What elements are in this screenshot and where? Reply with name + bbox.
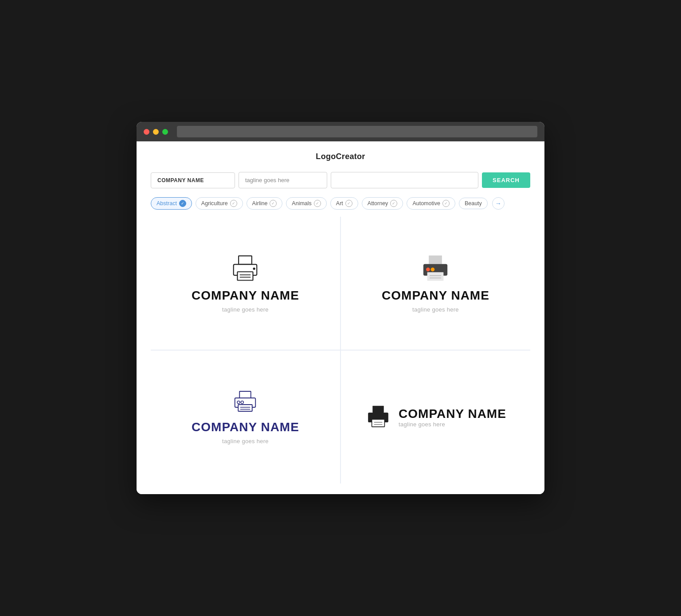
logo-card-1[interactable]: COMPANY NAME tagline goes here bbox=[151, 217, 340, 350]
svg-rect-10 bbox=[427, 272, 444, 281]
app-content: LogoCreator SEARCH Abstract ✓ Agricultur… bbox=[137, 141, 544, 494]
logo-grid: COMPANY NAME tagline goes here bbox=[151, 217, 530, 483]
browser-titlebar bbox=[137, 122, 544, 141]
logo-1-company: COMPANY NAME bbox=[192, 289, 299, 303]
svg-point-15 bbox=[237, 401, 240, 403]
filter-label-airline: Airline bbox=[252, 200, 268, 207]
filter-check-abstract: ✓ bbox=[179, 200, 186, 207]
filter-label-beauty: Beauty bbox=[465, 200, 482, 207]
traffic-light-green[interactable] bbox=[162, 129, 168, 135]
traffic-light-red[interactable] bbox=[144, 129, 149, 135]
svg-rect-6 bbox=[429, 255, 442, 264]
logo-inner-3: COMPANY NAME tagline goes here bbox=[192, 390, 299, 444]
filter-label-automotive: Automotive bbox=[412, 200, 440, 207]
filter-next-arrow[interactable]: → bbox=[492, 197, 505, 210]
filter-label-attorney: Attorney bbox=[368, 200, 388, 207]
svg-rect-2 bbox=[238, 272, 253, 280]
logo-card-2[interactable]: COMPANY NAME tagline goes here bbox=[341, 217, 530, 350]
filter-check-automotive: ✓ bbox=[442, 200, 450, 207]
filter-label-art: Art bbox=[336, 200, 343, 207]
search-bar: SEARCH bbox=[151, 172, 530, 188]
svg-rect-17 bbox=[239, 405, 253, 411]
printer-outline-icon-1 bbox=[227, 254, 263, 285]
filter-tag-beauty[interactable]: Beauty bbox=[459, 198, 488, 209]
logo-4-company: COMPANY NAME bbox=[399, 407, 506, 421]
filter-label-abstract: Abstract bbox=[157, 200, 177, 207]
filter-tag-airline[interactable]: Airline ✓ bbox=[247, 197, 283, 210]
filter-check-animals: ✓ bbox=[314, 200, 321, 207]
logo-3-company: COMPANY NAME bbox=[192, 420, 299, 434]
svg-rect-0 bbox=[239, 256, 252, 264]
svg-point-16 bbox=[241, 401, 244, 403]
logo-3-tagline: tagline goes here bbox=[222, 438, 269, 444]
logo-inner-1: COMPANY NAME tagline goes here bbox=[192, 254, 299, 313]
printer-solid-icon-4 bbox=[365, 405, 391, 429]
filter-tag-attorney[interactable]: Attorney ✓ bbox=[362, 197, 403, 210]
logo-2-tagline: tagline goes here bbox=[412, 306, 459, 313]
filter-tag-abstract[interactable]: Abstract ✓ bbox=[151, 197, 192, 210]
browser-window: LogoCreator SEARCH Abstract ✓ Agricultur… bbox=[137, 122, 544, 494]
browser-url-bar[interactable] bbox=[177, 126, 537, 137]
filter-check-attorney: ✓ bbox=[390, 200, 397, 207]
svg-point-8 bbox=[426, 267, 430, 271]
filter-tag-art[interactable]: Art ✓ bbox=[330, 197, 358, 210]
svg-point-5 bbox=[253, 267, 255, 269]
logo-4-tagline: tagline goes here bbox=[399, 421, 506, 428]
filter-label-animals: Animals bbox=[292, 200, 311, 207]
printer-outline-icon-3 bbox=[230, 390, 261, 417]
app-title: LogoCreator bbox=[151, 152, 530, 161]
filter-bar: Abstract ✓ Agriculture ✓ Airline ✓ Anima… bbox=[151, 197, 530, 210]
search-button[interactable]: SEARCH bbox=[482, 172, 530, 188]
logo-1-tagline: tagline goes here bbox=[222, 306, 269, 313]
filter-tag-automotive[interactable]: Automotive ✓ bbox=[407, 197, 455, 210]
logo-card-3[interactable]: COMPANY NAME tagline goes here bbox=[151, 351, 340, 483]
logo-4-text-group: COMPANY NAME tagline goes here bbox=[399, 407, 506, 428]
filter-label-agriculture: Agriculture bbox=[201, 200, 228, 207]
logo-2-company: COMPANY NAME bbox=[382, 289, 489, 303]
svg-rect-22 bbox=[372, 419, 385, 427]
filter-check-art: ✓ bbox=[345, 200, 352, 207]
printer-color-icon-2 bbox=[418, 254, 453, 285]
filter-check-agriculture: ✓ bbox=[230, 200, 237, 207]
filter-tag-agriculture[interactable]: Agriculture ✓ bbox=[196, 197, 243, 210]
traffic-light-yellow[interactable] bbox=[153, 129, 159, 135]
logo-inner-2: COMPANY NAME tagline goes here bbox=[382, 254, 489, 313]
svg-rect-20 bbox=[372, 405, 384, 412]
extra-search-input[interactable] bbox=[331, 172, 478, 188]
company-name-input[interactable] bbox=[151, 172, 235, 188]
filter-tag-animals[interactable]: Animals ✓ bbox=[286, 197, 326, 210]
svg-point-9 bbox=[431, 267, 435, 271]
svg-rect-13 bbox=[240, 391, 251, 398]
logo-inner-4: COMPANY NAME tagline goes here bbox=[365, 405, 506, 429]
filter-check-airline: ✓ bbox=[270, 200, 277, 207]
logo-card-4[interactable]: COMPANY NAME tagline goes here bbox=[341, 351, 530, 483]
tagline-input[interactable] bbox=[239, 172, 327, 188]
